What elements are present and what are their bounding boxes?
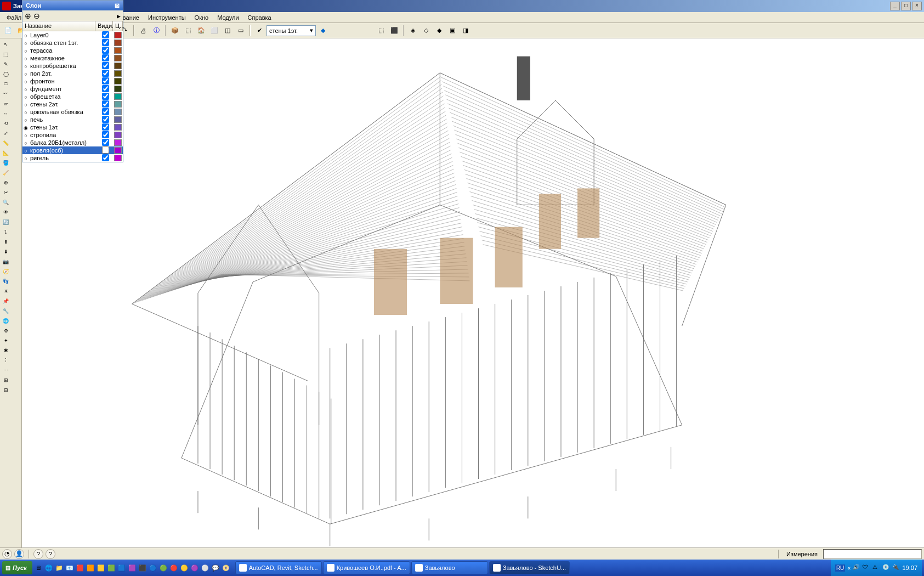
layers-panel-title[interactable]: Слои ⊠ xyxy=(22,1,123,10)
tray-icon[interactable]: ⚠ xyxy=(872,564,880,572)
tool-button[interactable]: ⬭ xyxy=(1,79,10,88)
layer-row[interactable]: ригель xyxy=(22,154,123,162)
tool-button[interactable]: ⋮ xyxy=(1,355,10,365)
shaded-button[interactable]: ◆ xyxy=(433,25,445,37)
shaded-texture-button[interactable]: ▣ xyxy=(446,25,458,37)
language-indicator[interactable]: RU xyxy=(835,564,845,572)
menu-item[interactable]: Инструменты xyxy=(144,13,190,22)
tool-button[interactable]: ⟲ xyxy=(1,118,10,128)
layer-row[interactable]: пол 2эт. xyxy=(22,70,123,77)
help-search-icon[interactable]: ? xyxy=(46,549,55,559)
close-button[interactable]: × xyxy=(912,2,922,10)
layer-active-radio[interactable] xyxy=(22,55,29,61)
layer-color-swatch[interactable] xyxy=(114,155,122,161)
group-button[interactable]: ⬚ xyxy=(182,25,194,37)
tool-button[interactable]: 👁 xyxy=(1,207,10,217)
layer-row[interactable]: обвязка стен 1эт. xyxy=(22,39,123,47)
tool-button[interactable]: 🧹 xyxy=(1,168,10,177)
layer-active-radio[interactable] xyxy=(22,139,29,146)
quick-launch-icon[interactable]: 🖥 xyxy=(33,563,43,573)
layer-visible-checkbox[interactable] xyxy=(97,47,114,55)
layer-color-swatch[interactable] xyxy=(114,116,122,123)
tool-button[interactable]: 🌐 xyxy=(1,316,10,325)
start-button[interactable]: Пуск xyxy=(2,561,32,574)
layer-visible-checkbox[interactable] xyxy=(97,131,114,139)
menu-item[interactable]: Окно xyxy=(190,13,213,22)
layer-color-swatch[interactable] xyxy=(114,124,122,131)
scene-add-button[interactable]: ◫ xyxy=(222,25,234,37)
layer-active-radio[interactable] xyxy=(22,147,29,154)
tool-button[interactable]: ⬇ xyxy=(1,247,10,256)
tray-icon[interactable]: 🔌 xyxy=(892,564,900,572)
layer-active-radio[interactable] xyxy=(22,86,29,92)
minimize-button[interactable]: _ xyxy=(890,2,900,10)
wireframe-button[interactable]: ◈ xyxy=(407,25,419,37)
model-info-button[interactable]: ⓘ xyxy=(150,25,162,37)
quick-launch-icon[interactable]: 🟣 xyxy=(190,563,200,573)
quick-launch-icon[interactable]: 📀 xyxy=(221,563,231,573)
tool-button[interactable]: 🔧 xyxy=(1,306,10,315)
layer-color-swatch[interactable] xyxy=(114,86,122,92)
back-edges-button[interactable]: ⬛ xyxy=(388,25,400,37)
tray-icon[interactable]: 🔊 xyxy=(853,564,860,572)
quick-launch-icon[interactable]: 🟩 xyxy=(106,563,116,573)
tool-button[interactable]: 🔍 xyxy=(1,197,10,207)
layer-active-radio[interactable] xyxy=(22,124,29,131)
tray-icon[interactable]: 🛡 xyxy=(863,564,870,572)
layer-visible-checkbox[interactable] xyxy=(97,31,114,39)
taskbar-task[interactable]: Завьялово - SketchU... xyxy=(489,561,570,574)
maximize-button[interactable]: □ xyxy=(901,2,911,10)
layer-visible-checkbox[interactable] xyxy=(97,93,114,101)
layers-col-name[interactable]: Название xyxy=(22,21,95,31)
tool-button[interactable]: ◯ xyxy=(1,69,10,78)
layer-color-swatch[interactable] xyxy=(114,47,122,54)
layer-active-radio[interactable] xyxy=(22,116,29,123)
layer-active-radio[interactable] xyxy=(22,109,29,115)
tool-button[interactable]: 📌 xyxy=(1,296,10,306)
tool-button[interactable]: ✦ xyxy=(1,336,10,345)
quick-launch-icon[interactable]: 📧 xyxy=(65,563,75,573)
layer-color-swatch[interactable] xyxy=(114,55,122,61)
tool-button[interactable]: ⋯ xyxy=(1,365,10,375)
layer-active-radio[interactable] xyxy=(22,93,29,100)
layer-visible-checkbox[interactable] xyxy=(97,123,114,132)
tool-button[interactable]: 👣 xyxy=(1,276,10,286)
layer-active-radio[interactable] xyxy=(22,63,29,69)
quick-launch-icon[interactable]: ⬛ xyxy=(138,563,148,573)
layer-row[interactable]: терасса xyxy=(22,47,123,54)
layer-row[interactable]: цокольная обвязка xyxy=(22,108,123,116)
tool-button[interactable]: 📐 xyxy=(1,148,10,157)
layers-col-visible[interactable]: Види... xyxy=(95,21,113,31)
tool-button[interactable]: 📷 xyxy=(1,257,10,266)
quick-launch-icon[interactable]: 📁 xyxy=(54,563,64,573)
tool-button[interactable]: ⤵ xyxy=(1,227,10,236)
tool-button[interactable]: ▱ xyxy=(1,99,10,108)
tool-button[interactable]: ↖ xyxy=(1,39,10,49)
geo-location-icon[interactable]: ◔ xyxy=(2,549,12,559)
tool-button[interactable]: ⊟ xyxy=(1,385,10,394)
layer-active-radio[interactable] xyxy=(22,101,29,108)
scene-button[interactable]: ⬜ xyxy=(208,25,220,37)
taskbar-task[interactable]: Завьялово xyxy=(411,561,488,574)
tool-button[interactable]: 🔄 xyxy=(1,217,10,227)
layer-color-swatch[interactable] xyxy=(114,139,122,146)
layer-color-swatch[interactable] xyxy=(114,63,122,69)
layer-visible-checkbox[interactable] xyxy=(97,39,114,47)
layer-visible-checkbox[interactable] xyxy=(97,62,114,70)
layer-visible-checkbox[interactable] xyxy=(97,77,114,86)
layer-color-swatch[interactable] xyxy=(114,109,122,115)
tool-button[interactable]: 📏 xyxy=(1,138,10,148)
layer-visible-checkbox[interactable] xyxy=(97,54,114,63)
tool-button[interactable]: 🧭 xyxy=(1,267,10,276)
viewport-3d[interactable] xyxy=(22,38,924,547)
quick-launch-icon[interactable]: ⚪ xyxy=(200,563,210,573)
layer-row[interactable]: кровля(осб) xyxy=(22,146,123,154)
taskbar-clock[interactable]: 19:07 xyxy=(902,564,917,571)
layer-active-radio[interactable] xyxy=(22,132,29,138)
help-icon[interactable]: ? xyxy=(33,549,43,559)
layer-row[interactable]: контробрешетка xyxy=(22,62,123,70)
menu-item[interactable]: Модули xyxy=(213,13,243,22)
layer-active-radio[interactable] xyxy=(22,78,29,84)
tool-button[interactable]: ⊞ xyxy=(1,375,10,385)
layer-row[interactable]: стены 1эт. xyxy=(22,123,123,131)
